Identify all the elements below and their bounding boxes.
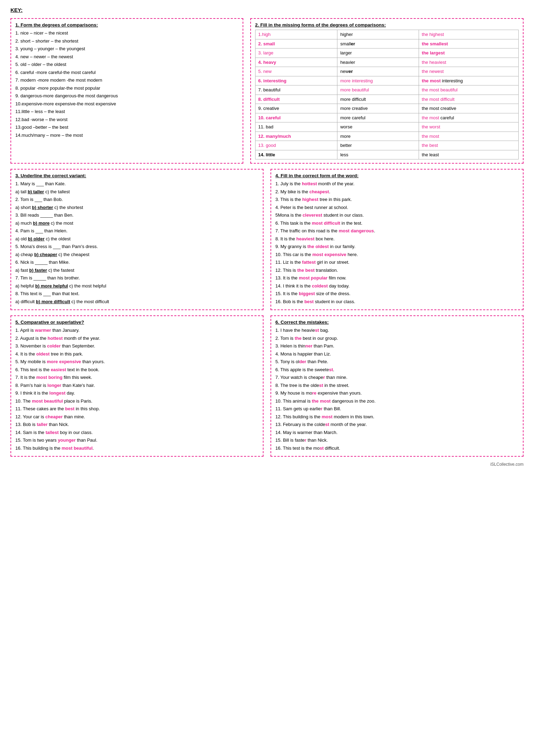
table-cell-superlative: the least [419, 150, 519, 159]
section-5-line: 1. April is warmer than January. [15, 327, 259, 334]
section-6-line: 10. This animal is the most dangerous in… [275, 398, 519, 405]
table-row: 13. goodbetterthe best [255, 141, 518, 150]
table-cell-comparative: more creative [337, 104, 419, 113]
table-cell-comparative: heavier [337, 58, 419, 67]
section-3-line: a) fast b) faster c) the fastest [15, 267, 259, 274]
section-5-line: 9. I think it is the longest day. [15, 390, 259, 397]
section-1-title: 1. Form the degrees of comparisons: [15, 22, 238, 28]
section-4-line: 4. Peter is the best runner at school. [275, 204, 519, 211]
section-5-line: 8. Pam's hair is longer than Kate's hair… [15, 382, 259, 389]
table-row: 12. many/muchmorethe most [255, 132, 518, 141]
section-1-line: 7. modern -more modern -the most modern [15, 77, 238, 84]
section-5-line: 11. These cakes are the best in this sho… [15, 405, 259, 412]
table-row: 10. carefulmore carefulthe most careful [255, 113, 518, 122]
section-5-line: 16. This building is the most beautiful. [15, 445, 259, 452]
table-row: 4. heavyheavierthe heaviest [255, 58, 518, 67]
section-1-line: 1. nice – nicer – the nicest [15, 30, 238, 37]
section-6-line: 8. The tree is the oldest in the street. [275, 382, 519, 389]
section-1-line: 2. short – shorter – the shortest [15, 38, 238, 45]
table-cell-word: 8. difficult [255, 95, 337, 104]
section-3-line: a) much b) more c) the most [15, 220, 259, 227]
section-4-line: 3. This is the highest tree in this park… [275, 196, 519, 203]
table-cell-word: 2. small [255, 39, 337, 48]
table-row: 14. littlelessthe least [255, 150, 518, 159]
section-4: 4. Fill in the correct form of the word:… [270, 169, 524, 310]
section-4-line: 9. My granny is the oldest in our family… [275, 243, 519, 250]
table-cell-superlative: the newest [419, 67, 519, 76]
table-cell-comparative: more careful [337, 113, 419, 122]
table-row: 7. beautifulmore beautifulthe most beaut… [255, 85, 518, 95]
table-cell-comparative: better [337, 141, 419, 150]
section-6-line: 9. My house is more expensive than yours… [275, 390, 519, 397]
section-5-line: 3. November is colder than September. [15, 343, 259, 350]
table-cell-comparative: higher [337, 30, 419, 39]
section-3-line: 7. Tim is _____ than his brother. [15, 275, 259, 282]
table-cell-word: 7. beautiful [255, 85, 337, 95]
section-3-line: a) cheap b) cheaper c) the cheapest [15, 251, 259, 258]
section-4-line: 12. This is the best translation. [275, 267, 519, 274]
table-cell-superlative: the worst [419, 122, 519, 132]
section-1-line: 11.little – less – the least [15, 108, 238, 115]
section-6-line: 3. Helen is thinner than Pam. [275, 343, 519, 350]
table-row: 8. difficultmore difficultthe most diffi… [255, 95, 518, 104]
table-cell-comparative: newer [337, 67, 419, 76]
section-5-line: 13. Bob is taller than Nick. [15, 421, 259, 428]
section-5-line: 6. This text is the easiest text in the … [15, 366, 259, 373]
section-6-line: 4. Mona is happier than Liz. [275, 351, 519, 358]
section-2-title: 2. Fill in the missing forms of the degr… [255, 22, 519, 28]
section-3: 3. Underline the correct variant: 1. Mar… [10, 169, 264, 310]
section-3-title: 3. Underline the correct variant: [15, 173, 259, 178]
footer: iSLCollective.com [10, 462, 524, 467]
section-3-line: 3. Bill reads _____ than Ben. [15, 212, 259, 219]
section-3-line: 6. Nick is _____ than Mike. [15, 259, 259, 266]
section-6-title: 6. Correct the mistakes: [275, 320, 519, 325]
table-cell-word: 3. large [255, 48, 337, 58]
table-cell-superlative: the most creative [419, 104, 519, 113]
section-5-line: 15. Tom is two years younger than Paul. [15, 437, 259, 444]
section-3-line: a) tall b) taller c) the tallest [15, 188, 259, 195]
section-3-line: a) short b) shorter c) the shortest [15, 204, 259, 211]
section-2: 2. Fill in the missing forms of the degr… [250, 18, 524, 164]
table-cell-word: 10. careful [255, 113, 337, 122]
table-cell-word: 12. many/much [255, 132, 337, 141]
table-cell-superlative: the largest [419, 48, 519, 58]
table-cell-superlative: the heaviest [419, 58, 519, 67]
table-row: 3. largelargerthe largest [255, 48, 518, 58]
table-cell-word: 9. creative [255, 104, 337, 113]
section-1-line: 5. old – older – the oldest [15, 61, 238, 68]
table-cell-comparative: more [337, 132, 419, 141]
section-5-line: 4. It is the oldest tree in this park. [15, 351, 259, 358]
section-4-line: 16. Bob is the best student in our class… [275, 298, 519, 305]
section-3-line: 5. Mona's dress is ___ than Pam's dress. [15, 243, 259, 250]
section-1-line: 4. new – newer – the newest [15, 53, 238, 60]
section-4-line: 1. July is the hottest month of the year… [275, 180, 519, 187]
table-cell-superlative: the most interesting [419, 76, 519, 85]
section-5-line: 10. The most beautiful place is Paris. [15, 398, 259, 405]
section-1-line: 12.bad -worse – the worst [15, 116, 238, 123]
section-3-line: a) helpful b) more helpful c) the most h… [15, 283, 259, 290]
table-cell-superlative: the highest [419, 30, 519, 39]
section-1: 1. Form the degrees of comparisons: 1. n… [10, 18, 243, 164]
section-4-line: 14. I think it is the coldest day today. [275, 283, 519, 290]
table-cell-superlative: the most beautiful [419, 85, 519, 95]
table-cell-word: 11. bad [255, 122, 337, 132]
table-cell-comparative: worse [337, 122, 419, 132]
section-4-line: 2. My bike is the cheapest. [275, 188, 519, 195]
section-6: 6. Correct the mistakes: 1. I have the h… [270, 315, 524, 457]
table-row: 2. smallsmallerthe smallest [255, 39, 518, 48]
section-5: 5. Comparative or superlative? 1. April … [10, 315, 264, 457]
table-cell-comparative: larger [337, 48, 419, 58]
key-title: KEY: [10, 7, 524, 13]
table-cell-superlative: the smallest [419, 39, 519, 48]
section-1-line: 14.much/many – more – the most [15, 132, 238, 139]
section-6-line: 12. This building is the most modern in … [275, 413, 519, 420]
table-row: 9. creativemore creativethe most creativ… [255, 104, 518, 113]
table-cell-comparative: smaller [337, 39, 419, 48]
page: KEY: 1. Form the degrees of comparisons:… [10, 7, 524, 467]
table-cell-word: 5. new [255, 67, 337, 76]
table-cell-word: 13. good [255, 141, 337, 150]
section-1-line: 9. dangerous-more dangerous-the most dan… [15, 92, 238, 99]
section-6-line: 15. Bill is faster than Nick. [275, 437, 519, 444]
section-3-line: a) difficult b) more difficult c) the mo… [15, 298, 259, 305]
section-6-line: 7. Your watch is cheaper than mine. [275, 374, 519, 381]
